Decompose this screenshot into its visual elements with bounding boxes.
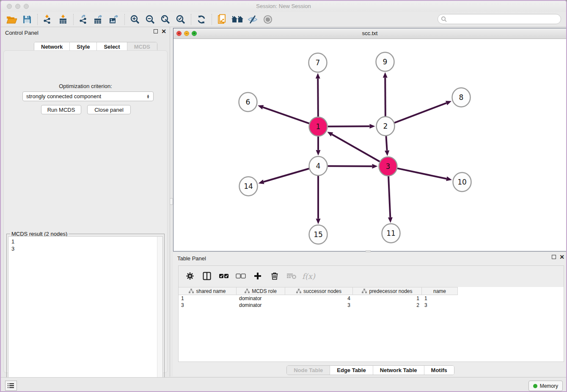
float-table-panel-icon[interactable] [552,255,556,259]
result-scrollbar[interactable] [157,237,162,392]
svg-text:15: 15 [314,230,323,239]
graph-node-15[interactable]: 15 [309,225,328,244]
table-cell[interactable]: 2 [353,302,422,309]
graph-edge-2-3[interactable] [386,135,387,150]
zoom-fit-icon[interactable] [158,13,173,26]
search-input[interactable] [447,15,561,23]
edge-arrowhead-icon [388,217,393,223]
mcds-result-list[interactable]: 13 [8,236,163,392]
result-item[interactable]: 1 [11,238,162,245]
mcds-result-groupbox: MCDS result (2 nodes) 13 [6,234,165,392]
optimization-criterion-select[interactable]: strongly connected component ▲▼ [22,91,154,101]
table-cell[interactable]: 3 [285,302,353,309]
control-panel-title: Control Panel [5,30,39,36]
delete-table-icon[interactable] [285,270,298,282]
float-panel-icon[interactable] [154,29,158,33]
graph-node-6[interactable]: 6 [239,93,257,112]
new-network-icon[interactable] [215,13,230,26]
window-title: Session: New Session [1,3,566,9]
network-canvas[interactable]: 7968124314101511 [173,39,566,251]
select-stepper-icon: ▲▼ [146,94,150,99]
column-header-MCDS-role[interactable]: MCDS role [237,287,285,295]
deselect-all-icon[interactable] [234,270,247,282]
open-file-icon[interactable] [4,13,19,26]
graph-node-10[interactable]: 10 [453,173,471,192]
graph-node-3[interactable]: 3 [379,157,397,176]
zoom-selected-icon[interactable] [173,13,188,26]
table-cell[interactable]: dominator [237,302,285,309]
run-mcds-button[interactable]: Run MCDS [41,105,81,114]
graph-node-9[interactable]: 9 [376,52,394,72]
settings-gear-icon[interactable] [184,270,196,282]
graph-node-2[interactable]: 2 [377,117,395,136]
network-window-titlebar[interactable]: × − + scc.txt [173,28,566,39]
tab-select[interactable]: Select [97,42,127,51]
show-all-icon[interactable] [260,13,275,26]
save-session-icon[interactable] [19,13,35,26]
graph-edge-2-8[interactable] [394,103,446,123]
home-icon[interactable] [230,13,245,26]
horizontal-splitter-handle[interactable] [366,250,371,252]
tab-motifs[interactable]: Motifs [424,366,454,375]
zoom-in-icon[interactable] [127,13,143,26]
tab-node-table[interactable]: Node Table [287,366,330,375]
task-history-button[interactable] [5,381,17,391]
import-table-icon[interactable] [55,13,71,26]
graph-edge-4-3[interactable] [328,166,372,166]
result-item[interactable]: 3 [11,245,162,252]
split-panel-icon[interactable] [201,270,213,282]
graph-edge-1-2[interactable] [328,126,369,127]
graph-node-7[interactable]: 7 [309,53,327,72]
table-cell[interactable]: 1 [353,295,422,302]
close-table-panel-icon[interactable]: ✕ [559,255,564,259]
table-cell[interactable]: 3 [422,302,458,309]
tab-style[interactable]: Style [70,42,97,51]
graph-node-4[interactable]: 4 [309,157,328,176]
table-cell[interactable]: 4 [285,295,353,302]
table-cell[interactable]: 3 [179,302,237,309]
select-all-icon[interactable] [217,270,230,282]
graph-node-11[interactable]: 11 [382,224,400,243]
column-header-successor-nodes[interactable]: successor nodes [285,287,353,295]
graph-edge-1-6[interactable] [263,107,309,123]
column-header-name[interactable]: name [422,287,458,295]
graph-node-1[interactable]: 1 [309,117,328,136]
graph-edge-3-10[interactable] [397,168,446,179]
table-cell[interactable]: dominator [237,295,285,302]
close-panel-button[interactable]: Close panel [87,105,131,114]
tab-network-table[interactable]: Network Table [373,366,424,375]
graph-edge-3-1[interactable] [332,135,380,162]
export-image-icon[interactable] [107,13,122,26]
search-icon [441,16,447,22]
zoom-out-icon[interactable] [143,13,158,26]
graph-edge-2-9[interactable] [385,77,385,116]
table-cell[interactable]: 1 [179,295,237,302]
tab-edge-table[interactable]: Edge Table [330,366,373,375]
tab-mcds[interactable]: MCDS [127,42,157,51]
hide-selected-icon[interactable] [245,13,260,26]
graph-edge-4-14[interactable] [264,168,309,182]
add-column-icon[interactable] [251,270,264,282]
vertical-splitter-handle[interactable] [170,198,173,205]
delete-column-icon[interactable] [268,270,281,282]
graph-edge-3-11[interactable] [388,176,390,217]
table-cell[interactable]: 1 [422,295,458,302]
graph-node-14[interactable]: 14 [239,177,258,196]
graph-node-8[interactable]: 8 [452,88,471,107]
close-panel-icon[interactable]: ✕ [161,29,166,33]
table-row[interactable]: 3dominator323 [179,302,458,309]
column-header-predecessor-nodes[interactable]: predecessor nodes [353,287,422,295]
edge-arrowhead-icon [372,164,377,168]
function-builder-icon[interactable]: f(x) [302,272,315,281]
refresh-icon[interactable] [194,13,209,26]
memory-button[interactable]: Memory [528,381,563,391]
search-field[interactable] [438,14,561,24]
tab-network[interactable]: Network [34,42,70,51]
export-network-icon[interactable] [76,13,91,26]
table-row[interactable]: 1dominator411 [179,295,458,302]
import-network-icon[interactable] [40,13,55,26]
column-header-shared-name[interactable]: shared name [179,287,237,295]
export-table-icon[interactable] [91,13,107,26]
window-titlebar: Session: New Session [1,1,566,12]
graph-edge-1-7[interactable] [318,78,318,117]
